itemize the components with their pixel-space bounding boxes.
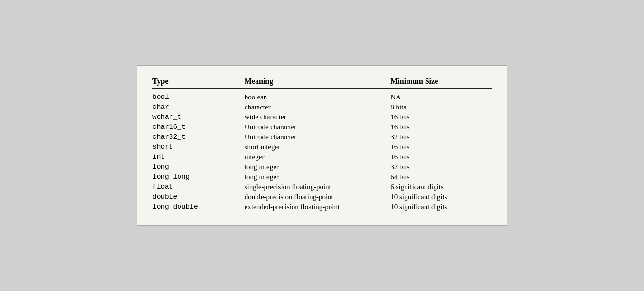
cell-size: 10 significant digits: [390, 192, 492, 202]
column-header-size: Minimum Size: [390, 77, 492, 89]
table-row: char16_tUnicode character16 bits: [152, 122, 492, 132]
cell-type: int: [152, 152, 245, 162]
cell-size: 32 bits: [390, 162, 492, 172]
cell-type: long double: [152, 202, 245, 212]
cell-size: NA: [390, 89, 492, 102]
table-row: char32_tUnicode character32 bits: [152, 132, 492, 142]
cell-meaning: integer: [245, 152, 391, 162]
cell-type: float: [152, 182, 245, 192]
table-row: long doubleextended-precision floating-p…: [152, 202, 492, 212]
cell-meaning: long integer: [245, 172, 391, 182]
table-row: long longlong integer64 bits: [152, 172, 492, 182]
cell-meaning: wide character: [245, 112, 391, 122]
cell-size: 8 bits: [390, 102, 492, 112]
cell-meaning: long integer: [245, 162, 391, 172]
cell-size: 16 bits: [390, 142, 492, 152]
cell-size: 10 significant digits: [390, 202, 492, 212]
cell-meaning: boolean: [245, 89, 391, 102]
cell-meaning: Unicode character: [245, 132, 391, 142]
cell-size: 32 bits: [390, 132, 492, 142]
table-header-row: Type Meaning Minimum Size: [152, 77, 492, 89]
cell-type: char: [152, 102, 245, 112]
cell-meaning: double-precision floating-point: [245, 192, 391, 202]
cell-meaning: single-precision floating-point: [245, 182, 391, 192]
cell-size: 6 significant digits: [390, 182, 492, 192]
table-row: intinteger16 bits: [152, 152, 492, 162]
table-row: charcharacter8 bits: [152, 102, 492, 112]
table-row: floatsingle-precision floating-point6 si…: [152, 182, 492, 192]
cell-type: char32_t: [152, 132, 245, 142]
cell-size: 16 bits: [390, 122, 492, 132]
cell-type: long: [152, 162, 245, 172]
cell-type: short: [152, 142, 245, 152]
table-row: boolbooleanNA: [152, 89, 492, 102]
cell-type: long long: [152, 172, 245, 182]
table-row: longlong integer32 bits: [152, 162, 492, 172]
table-row: shortshort integer16 bits: [152, 142, 492, 152]
cell-type: wchar_t: [152, 112, 245, 122]
cell-meaning: short integer: [245, 142, 391, 152]
main-container: Type Meaning Minimum Size boolbooleanNAc…: [137, 65, 507, 226]
cell-type: double: [152, 192, 245, 202]
cell-meaning: character: [245, 102, 391, 112]
table-row: wchar_twide character16 bits: [152, 112, 492, 122]
column-header-meaning: Meaning: [245, 77, 391, 89]
data-types-table: Type Meaning Minimum Size boolbooleanNAc…: [152, 77, 492, 212]
table-row: doubledouble-precision floating-point10 …: [152, 192, 492, 202]
cell-size: 16 bits: [390, 112, 492, 122]
cell-size: 64 bits: [390, 172, 492, 182]
cell-type: char16_t: [152, 122, 245, 132]
cell-meaning: extended-precision floating-point: [245, 202, 391, 212]
column-header-type: Type: [152, 77, 245, 89]
cell-meaning: Unicode character: [245, 122, 391, 132]
cell-size: 16 bits: [390, 152, 492, 162]
cell-type: bool: [152, 89, 245, 102]
